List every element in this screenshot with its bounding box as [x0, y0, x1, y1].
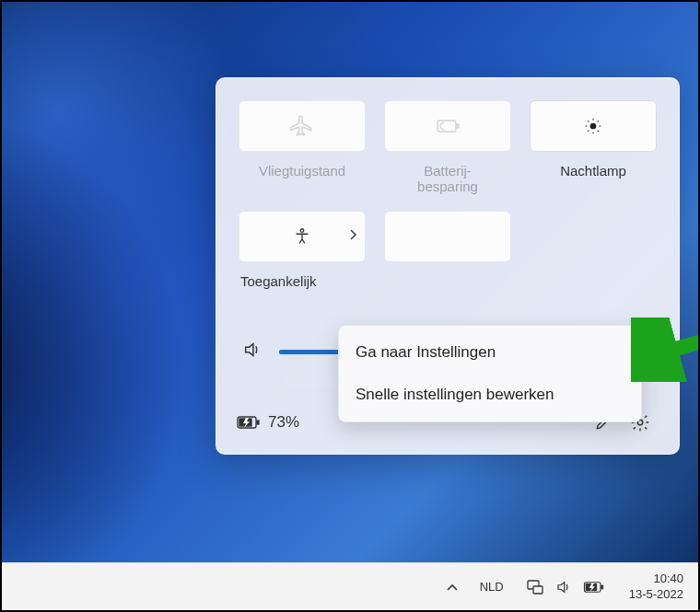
svg-line-8: [598, 131, 599, 132]
tray-battery-icon[interactable]: [583, 581, 605, 594]
svg-line-10: [598, 121, 599, 121]
tray-clock[interactable]: 10:40 13-5-2022: [622, 572, 683, 602]
nightlight-icon: [583, 116, 603, 136]
svg-line-7: [588, 121, 589, 121]
tray-volume-icon[interactable]: [555, 579, 572, 595]
clock-time: 10:40: [629, 572, 683, 586]
context-item-go-to-settings[interactable]: Ga naar Instellingen: [339, 331, 641, 374]
svg-line-9: [588, 131, 589, 132]
airplane-mode-label: Vliegtuigstand: [239, 154, 366, 209]
nightlight-tile[interactable]: [530, 100, 657, 152]
airplane-icon: [290, 114, 314, 138]
battery-status-icon[interactable]: 73%: [237, 413, 299, 432]
context-menu: Ga naar Instellingen Snelle instellingen…: [338, 325, 642, 422]
battery-percentage-text: 73%: [268, 413, 299, 432]
volume-icon[interactable]: [242, 340, 262, 364]
tray-network-icon[interactable]: [526, 579, 544, 595]
svg-point-11: [300, 229, 304, 233]
tray-language[interactable]: NLD: [474, 580, 509, 594]
accessibility-tile[interactable]: [239, 211, 366, 262]
chevron-right-icon: [348, 228, 357, 245]
svg-rect-1: [457, 124, 459, 128]
tray-overflow-chevron[interactable]: [441, 576, 463, 598]
chevron-right-icon[interactable]: [644, 343, 653, 360]
context-item-edit-quick-settings[interactable]: Snelle instellingen bewerken: [339, 374, 641, 416]
accessibility-label: Toegankelijk: [239, 264, 366, 304]
battery-saver-icon: [434, 117, 461, 135]
quick-settings-tile-5[interactable]: [384, 211, 511, 262]
svg-point-2: [590, 123, 596, 129]
svg-rect-16: [257, 421, 259, 424]
svg-rect-20: [533, 586, 542, 594]
svg-rect-22: [601, 585, 603, 589]
battery-saver-tile[interactable]: [384, 100, 511, 152]
nightlight-label: Nachtlamp: [530, 154, 657, 209]
taskbar: NLD 10:40 13-5-2022: [2, 562, 698, 610]
battery-saver-label: Batterij- besparing: [384, 154, 511, 209]
airplane-mode-tile[interactable]: [239, 100, 366, 152]
accessibility-icon: [292, 226, 312, 247]
clock-date: 13-5-2022: [629, 587, 683, 602]
quick-settings-panel: Vliegtuigstand Batterij- besparing Nacht…: [216, 77, 680, 455]
chevron-up-icon: [446, 583, 459, 592]
